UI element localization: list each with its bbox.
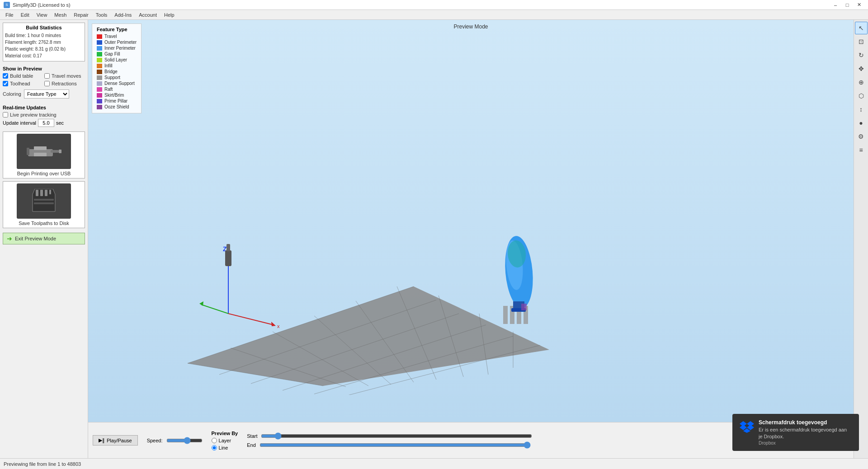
toolhead-row: Toolhead xyxy=(3,81,43,86)
update-interval-unit: sec xyxy=(56,120,64,126)
dropbox-notification[interactable]: Schermafdruk toegevoegd Er is een scherm… xyxy=(732,414,859,451)
build-statistics-panel: Build Statistics Build time: 1 hour 0 mi… xyxy=(3,23,85,61)
build-table-checkbox[interactable] xyxy=(3,73,8,79)
legend-color-swatch xyxy=(97,99,102,103)
legend-label: Ooze Shield xyxy=(104,104,129,109)
pan-tool-button[interactable]: ✥ xyxy=(855,62,868,75)
menu-item-tools[interactable]: Tools xyxy=(92,10,111,20)
end-slider[interactable] xyxy=(259,441,531,449)
coloring-select[interactable]: Feature Type Layer Speed Temperature Fan… xyxy=(24,89,69,98)
3d-viewport[interactable]: Feature Type TravelOuter PerimeterInner … xyxy=(88,20,854,422)
speed-label: Speed: xyxy=(147,438,163,443)
save-disk-card[interactable]: Save Toolpaths to Disk xyxy=(3,181,85,228)
usb-print-label: Begin Printing over USB xyxy=(17,171,71,176)
svg-rect-3 xyxy=(51,150,59,153)
retractions-label: Retractions xyxy=(52,81,77,86)
legend-color-swatch xyxy=(97,81,102,86)
usb-print-card[interactable]: Begin Printing over USB xyxy=(3,131,85,178)
settings-tool-button[interactable]: ⚙ xyxy=(855,130,868,143)
sliders-tool-button[interactable]: ≡ xyxy=(855,144,868,156)
cut-plane-tool-button[interactable]: ⬡ xyxy=(855,89,868,102)
right-toolbar: ↖ ⊡ ↻ ✥ ⊕ ⬡ ↕ ● ⚙ ≡ xyxy=(854,20,868,458)
legend-color-swatch xyxy=(97,52,102,56)
app-icon: S xyxy=(4,2,10,8)
select-tool-button[interactable]: ↖ xyxy=(855,22,868,34)
svg-rect-4 xyxy=(59,150,61,153)
travel-moves-label: Travel moves xyxy=(52,73,81,79)
dropbox-notification-body: Er is een schermafdruk toegevoegd aan je… xyxy=(759,427,852,440)
svg-rect-48 xyxy=(521,304,527,310)
zoom-tool-button[interactable]: ⊕ xyxy=(855,76,868,89)
legend-item: Prime Pillar xyxy=(97,98,137,103)
live-tracking-checkbox[interactable] xyxy=(3,112,8,117)
menu-item-file[interactable]: File xyxy=(2,10,17,20)
speed-slider[interactable] xyxy=(166,438,203,443)
svg-rect-39 xyxy=(503,306,508,324)
legend-label: Prime Pillar xyxy=(104,98,127,103)
legend-item: Infill xyxy=(97,63,137,68)
title-bar: S Simplify3D (Licensed to s) – □ ✕ xyxy=(0,0,868,10)
legend-color-swatch xyxy=(97,64,102,68)
rotate-tool-button[interactable]: ↻ xyxy=(855,49,868,61)
legend-label: Raft xyxy=(104,87,113,92)
svg-rect-2 xyxy=(34,153,47,156)
travel-moves-checkbox[interactable] xyxy=(44,73,50,79)
toolhead-checkbox[interactable] xyxy=(3,81,8,86)
svg-text:x: x xyxy=(277,324,280,329)
status-bar: Previewing file from line 1 to 48803 xyxy=(0,458,868,469)
update-interval-row: Update interval sec xyxy=(3,119,85,127)
color-tool-button[interactable]: ● xyxy=(855,117,868,129)
legend-color-swatch xyxy=(97,93,102,98)
preview-mode-label: Preview Mode xyxy=(453,23,488,30)
stat-line: Filament length: 2762.8 mm xyxy=(5,39,83,46)
maximize-button[interactable]: □ xyxy=(842,1,853,9)
layer-radio[interactable] xyxy=(212,438,217,443)
line-radio[interactable] xyxy=(212,445,217,450)
stat-line: Plastic weight: 8.31 g (0.02 lb) xyxy=(5,46,83,52)
menu-item-help[interactable]: Help xyxy=(160,10,178,20)
legend-label: Solid Layer xyxy=(104,57,127,62)
menu-item-add-ins[interactable]: Add-Ins xyxy=(111,10,135,20)
close-button[interactable]: ✕ xyxy=(854,1,864,9)
menu-item-view[interactable]: View xyxy=(33,10,51,20)
end-label: End xyxy=(247,442,256,448)
line-radio-row: Line xyxy=(212,445,238,450)
menu-item-edit[interactable]: Edit xyxy=(17,10,33,20)
svg-marker-36 xyxy=(199,301,203,306)
legend-item: Outer Perimeter xyxy=(97,40,137,45)
travel-moves-row: Travel moves xyxy=(44,73,85,79)
status-text: Previewing file from line 1 to 48803 xyxy=(4,461,81,467)
coordinate-axes: Z x xyxy=(192,241,283,332)
menu-item-mesh[interactable]: Mesh xyxy=(51,10,70,20)
play-pause-button[interactable]: ▶‖ Play/Pause xyxy=(93,435,138,446)
exit-preview-button[interactable]: ➜ Exit Preview Mode xyxy=(3,233,85,244)
legend-color-swatch xyxy=(97,34,102,39)
coloring-label: Coloring xyxy=(3,91,21,97)
minimize-button[interactable]: – xyxy=(830,1,841,9)
start-slider[interactable] xyxy=(261,432,532,440)
realtime-updates-title: Real-time Updates xyxy=(3,105,85,110)
play-pause-label: Play/Pause xyxy=(107,438,132,443)
menu-item-account[interactable]: Account xyxy=(135,10,160,20)
zoom-extents-tool-button[interactable]: ⊡ xyxy=(855,35,868,48)
3d-model xyxy=(490,231,544,332)
legend-color-swatch xyxy=(97,58,102,62)
stat-lines: Build time: 1 hour 0 minutesFilament len… xyxy=(5,32,83,59)
pin-tool-button[interactable]: ↕ xyxy=(855,103,868,116)
dropbox-text: Schermafdruk toegevoegd Er is een scherm… xyxy=(759,419,852,446)
legend-item: Bridge xyxy=(97,69,137,74)
stat-line: Build time: 1 hour 0 minutes xyxy=(5,32,83,39)
svg-rect-12 xyxy=(34,202,54,204)
legend-item: Dense Support xyxy=(97,81,137,86)
menu-item-repair[interactable]: Repair xyxy=(70,10,92,20)
dropbox-logo xyxy=(740,420,754,433)
retractions-checkbox[interactable] xyxy=(44,81,50,86)
legend-item: Ooze Shield xyxy=(97,104,137,109)
update-interval-input[interactable] xyxy=(38,119,54,127)
layer-radio-row: Layer xyxy=(212,438,238,443)
legend-color-swatch xyxy=(97,87,102,92)
svg-rect-38 xyxy=(226,244,230,251)
preview-checkboxes: Build table Travel moves Toolhead Retrac… xyxy=(3,73,85,88)
legend-label: Travel xyxy=(104,34,117,39)
svg-rect-1 xyxy=(34,146,47,150)
